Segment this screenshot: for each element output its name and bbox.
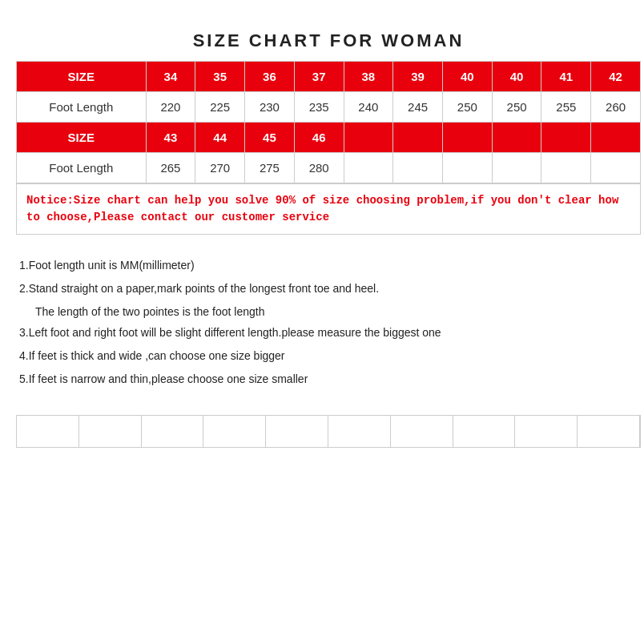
size-38: 38: [344, 62, 393, 92]
size-43: 43: [146, 123, 195, 153]
foot-length-row-2: Foot Length 265 270 275 280: [17, 153, 641, 183]
empty-r2-c9: [541, 123, 591, 153]
fl-280: 280: [294, 153, 344, 183]
fl-250a: 250: [442, 92, 492, 123]
foot-length-label-1: Foot Length: [17, 92, 147, 123]
fl-250b: 250: [492, 92, 541, 123]
size-34: 34: [146, 62, 195, 92]
empty-r2-c8: [492, 123, 541, 153]
size-44: 44: [195, 123, 245, 153]
page-container: SIZE CHART FOR WOMAN SIZE 34 35 36 37 38…: [16, 16, 641, 448]
bt-c9: [515, 416, 578, 448]
fl-235: 235: [294, 92, 344, 123]
bt-c1: [17, 416, 79, 448]
notice-box: Notice:Size chart can help you solve 90%…: [16, 183, 641, 235]
size-37: 37: [294, 62, 344, 92]
instruction-5: 5.If feet is narrow and thin,please choo…: [19, 369, 638, 389]
empty-r2-c6: [393, 123, 443, 153]
size-40a: 40: [442, 62, 492, 92]
size-label-1: SIZE: [17, 62, 147, 92]
bt-c8: [453, 416, 515, 448]
size-40b: 40: [492, 62, 541, 92]
fl-255: 255: [541, 92, 591, 123]
bt-c7: [390, 416, 453, 448]
instruction-2b: The length of the two pointes is the foo…: [19, 302, 638, 322]
instruction-4: 4.If feet is thick and wide ,can choose …: [19, 346, 638, 366]
foot-length-row-1: Foot Length 220 225 230 235 240 245 250 …: [17, 92, 641, 123]
empty-v2-c6: [393, 153, 443, 183]
size-41: 41: [541, 62, 591, 92]
instruction-2: 2.Stand straight on a paper,mark points …: [19, 279, 638, 299]
empty-v2-c5: [344, 153, 393, 183]
fl-260: 260: [591, 92, 641, 123]
instruction-3: 3.Left foot and right foot will be sligh…: [19, 323, 638, 343]
bt-c6: [328, 416, 390, 448]
bt-c11: [639, 416, 640, 448]
empty-r2-c5: [344, 123, 393, 153]
bt-c2: [78, 416, 141, 448]
empty-v2-c7: [442, 153, 492, 183]
fl-275: 275: [245, 153, 295, 183]
size-46: 46: [294, 123, 344, 153]
size-35: 35: [195, 62, 245, 92]
size-45: 45: [245, 123, 295, 153]
fl-240: 240: [344, 92, 393, 123]
fl-220: 220: [146, 92, 195, 123]
bt-c4: [203, 416, 266, 448]
bt-c5: [266, 416, 328, 448]
instructions: 1.Foot length unit is MM(millimeter) 2.S…: [16, 248, 641, 400]
fl-230: 230: [245, 92, 295, 123]
foot-length-label-2: Foot Length: [17, 153, 147, 183]
bt-c10: [578, 416, 640, 448]
size-table-1: SIZE 34 35 36 37 38 39 40 40 41 42 Foot …: [16, 61, 641, 183]
bottom-row-1: [17, 416, 641, 448]
bt-c3: [141, 416, 203, 448]
fl-265: 265: [146, 153, 195, 183]
chart-title: SIZE CHART FOR WOMAN: [16, 16, 641, 61]
table-header-row-1: SIZE 34 35 36 37 38 39 40 40 41 42: [17, 62, 641, 92]
table-header-row-2: SIZE 43 44 45 46: [17, 123, 641, 153]
fl-270: 270: [195, 153, 245, 183]
size-label-2: SIZE: [17, 123, 147, 153]
empty-v2-c8: [492, 153, 541, 183]
empty-v2-c9: [541, 153, 591, 183]
size-42: 42: [591, 62, 641, 92]
fl-225: 225: [195, 92, 245, 123]
size-39: 39: [393, 62, 443, 92]
size-36: 36: [245, 62, 295, 92]
bottom-table: [16, 415, 641, 448]
empty-r2-c10: [591, 123, 641, 153]
fl-245: 245: [393, 92, 443, 123]
empty-v2-c10: [591, 153, 641, 183]
instruction-1: 1.Foot length unit is MM(millimeter): [19, 256, 638, 276]
empty-r2-c7: [442, 123, 492, 153]
